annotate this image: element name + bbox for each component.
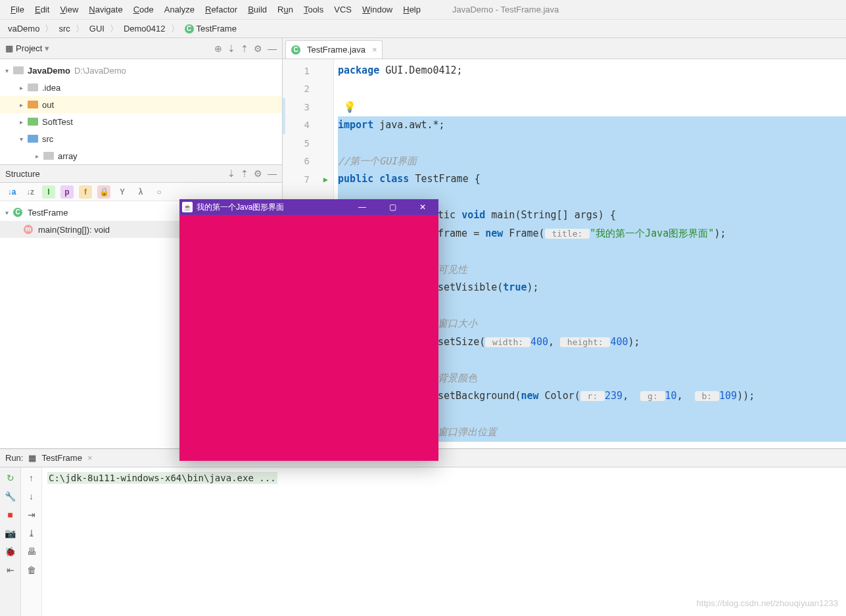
structure-toolbar: ↓a ↓z I p f 🔒 Y λ ○ [0, 183, 282, 201]
java-app-window[interactable]: ☕ 我的第一个Java图形界面 — ▢ ✕ [179, 199, 438, 461]
hide-icon[interactable]: — [268, 43, 277, 54]
run-gutter-icon[interactable]: ▶ [323, 175, 328, 184]
structure-tool-header: Structure ⇣ ⇡ ⚙ — [0, 164, 282, 183]
close-icon[interactable]: × [87, 453, 93, 463]
caret-down-icon: ▾ [20, 135, 28, 143]
menu-file[interactable]: File [5, 2, 30, 17]
dropdown-icon[interactable]: ▾ [45, 43, 49, 53]
sort-visibility-icon[interactable]: ↓z [24, 185, 37, 199]
menu-code[interactable]: Code [128, 2, 159, 17]
caret-right-icon: ▸ [20, 101, 28, 108]
crumb-project[interactable]: vaDemo [5, 22, 42, 35]
sort-alpha-icon[interactable]: ↓a [5, 185, 18, 199]
project-view-label[interactable]: Project [16, 43, 42, 53]
run-toolbar-left2: ↑ ↓ ⇥ ⤓ 🖶 🗑 [21, 467, 42, 616]
tree-item-softtest[interactable]: ▸SoftTest [0, 113, 282, 130]
tree-item-out[interactable]: ▸out [0, 96, 282, 113]
show-fields-icon[interactable]: f [79, 185, 92, 199]
tab-label: TestFrame.java [307, 45, 365, 55]
menu-run[interactable]: Run [272, 2, 298, 17]
settings-icon[interactable]: ⚙ [254, 43, 262, 54]
show-properties-icon[interactable]: p [60, 185, 74, 199]
minimize-button[interactable]: — [349, 202, 375, 212]
debug-icon[interactable]: 🐞 [5, 546, 16, 557]
menubar: File Edit View Navigate Code Analyze Ref… [0, 0, 846, 20]
expand-all-icon[interactable]: ⇣ [227, 43, 235, 54]
structure-label: Structure [5, 169, 227, 179]
trash-icon[interactable]: 🗑 [27, 565, 36, 575]
tree-root[interactable]: ▾ JavaDemo D:\JavaDemo [0, 62, 282, 79]
collapse-icon[interactable]: ⇡ [241, 168, 248, 179]
class-icon: C [291, 45, 300, 55]
folder-icon [28, 118, 38, 126]
line-number: 1 [283, 62, 333, 80]
project-tool-header: ▦ Project ▾ ⊕ ⇣ ⇡ ⚙ — [0, 38, 282, 59]
line-number: 3 [283, 98, 333, 116]
settings-icon[interactable]: ⚙ [254, 168, 262, 179]
show-interfaces-icon[interactable]: I [42, 185, 55, 199]
exit-icon[interactable]: ⇤ [7, 565, 14, 575]
line-number: 2 [283, 80, 333, 99]
down-icon[interactable]: ↓ [29, 491, 34, 502]
crumb-gui[interactable]: GUI [87, 22, 107, 35]
caret-right-icon: ▸ [35, 153, 43, 160]
soft-wrap-icon[interactable]: ⇥ [28, 509, 35, 520]
menu-navigate[interactable]: Navigate [83, 2, 128, 17]
locate-icon[interactable]: ⊕ [214, 43, 222, 54]
menu-analyze[interactable]: Analyze [159, 2, 200, 17]
crumb-class[interactable]: CTestFrame [182, 22, 239, 36]
run-tab-name[interactable]: TestFrame [41, 453, 82, 463]
show-locked-icon[interactable]: 🔒 [97, 185, 110, 199]
show-inherited-icon[interactable]: Y [116, 185, 129, 199]
caret-right-icon: ▸ [20, 84, 28, 91]
show-anonymous-icon[interactable]: λ [134, 185, 147, 199]
menu-vcs[interactable]: VCS [329, 2, 357, 17]
tree-item-array[interactable]: ▸array [0, 147, 282, 164]
up-icon[interactable]: ↑ [29, 473, 34, 483]
breadcrumb: vaDemo〉 src〉 GUI〉 Demo0412〉 CTestFrame [0, 20, 846, 38]
stop-icon[interactable]: ■ [7, 509, 12, 520]
menu-tools[interactable]: Tools [298, 2, 329, 17]
menu-view[interactable]: View [55, 2, 83, 17]
hide-icon[interactable]: — [268, 168, 277, 179]
java-window-title: 我的第一个Java图形界面 [197, 202, 345, 213]
watermark: https://blog.csdn.net/zhouqiyuan1233 [697, 598, 838, 608]
project-tree: ▾ JavaDemo D:\JavaDemo ▸.idea ▸out ▸Soft… [0, 59, 282, 164]
expand-icon[interactable]: ⇣ [227, 168, 235, 179]
tree-item-src[interactable]: ▾src [0, 130, 282, 147]
menu-build[interactable]: Build [243, 2, 272, 17]
console-output: C:\jdk-8u111-windows-x64\bin\java.exe ..… [47, 472, 277, 484]
maximize-button[interactable]: ▢ [379, 202, 406, 212]
collapse-all-icon[interactable]: ⇡ [241, 43, 248, 54]
menu-edit[interactable]: Edit [30, 2, 55, 17]
folder-icon [28, 135, 38, 143]
caret-down-icon: ▾ [5, 67, 13, 74]
java-titlebar[interactable]: ☕ 我的第一个Java图形界面 — ▢ ✕ [179, 199, 438, 215]
run-console[interactable]: C:\jdk-8u111-windows-x64\bin\java.exe ..… [42, 467, 846, 616]
run-label: Run: [5, 453, 23, 463]
line-number: 7▶ [283, 170, 333, 189]
rerun-icon[interactable]: ↻ [7, 473, 14, 483]
print-icon[interactable]: 🖶 [27, 546, 36, 557]
folder-icon [28, 101, 38, 108]
menu-help[interactable]: Help [398, 2, 426, 17]
wrench-icon[interactable]: 🔧 [5, 491, 16, 502]
run-panel: Run: ▦ TestFrame × ↻ 🔧 ■ 📷 🐞 ⇤ ↑ ↓ ⇥ ⤓ 🖶… [0, 448, 846, 616]
menu-window[interactable]: Window [357, 2, 398, 17]
scroll-end-icon[interactable]: ⤓ [28, 528, 35, 538]
tree-item-idea[interactable]: ▸.idea [0, 79, 282, 96]
editor-tab-testframe[interactable]: C TestFrame.java × [285, 40, 383, 59]
tree-root-name: JavaDemo [28, 66, 70, 76]
chevron-right-icon: 〉 [107, 23, 121, 35]
window-title: JavaDemo - TestFrame.java [452, 5, 559, 14]
crumb-demo[interactable]: Demo0412 [121, 22, 168, 35]
autoscroll-icon[interactable]: ○ [153, 185, 166, 199]
camera-icon[interactable]: 📷 [5, 528, 16, 538]
crumb-src[interactable]: src [56, 22, 72, 35]
close-icon[interactable]: × [372, 45, 377, 55]
bulb-icon[interactable]: 💡 [343, 98, 356, 116]
menu-refactor[interactable]: Refactor [200, 2, 243, 17]
close-button[interactable]: ✕ [410, 202, 436, 212]
module-icon [13, 66, 24, 74]
class-icon: C [185, 24, 194, 34]
